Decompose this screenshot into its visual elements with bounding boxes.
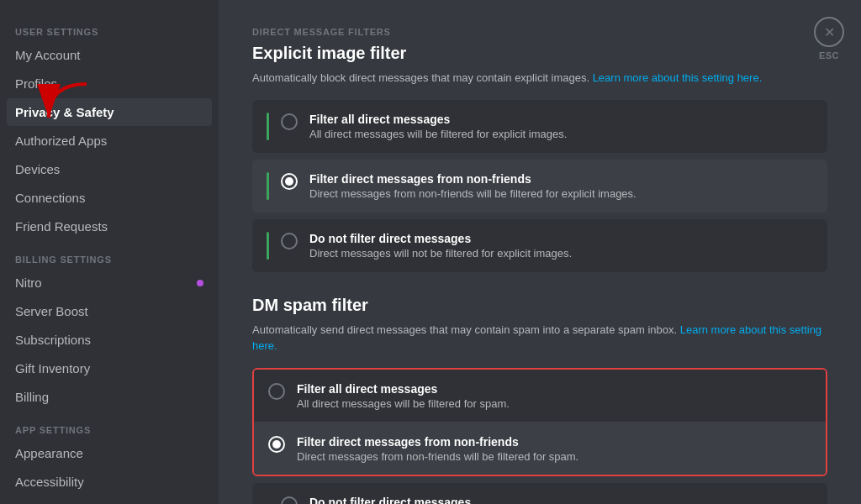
sidebar-item-gift-inventory[interactable]: Gift Inventory: [7, 354, 212, 382]
sidebar-item-server-boost[interactable]: Server Boost: [7, 297, 212, 325]
spam-filter-option-non-friends[interactable]: Filter direct messages from non-friends …: [254, 423, 826, 475]
sidebar-item-my-account[interactable]: My Account: [7, 41, 212, 69]
radio-title-2: Filter direct messages from non-friends: [309, 172, 637, 186]
spam-radio-content-3: Do not filter direct messages Direct mes…: [309, 496, 527, 505]
radio-content-2: Filter direct messages from non-friends …: [309, 172, 637, 200]
esc-circle: ✕: [814, 17, 844, 47]
spam-radio-outer-3: [281, 496, 298, 505]
explicit-filter-option-non-friends[interactable]: Filter direct messages from non-friends …: [252, 160, 827, 213]
sidebar-item-voice-video[interactable]: Voice & Video: [7, 496, 212, 504]
sidebar-item-nitro[interactable]: Nitro: [7, 269, 212, 297]
spam-filter-option-all[interactable]: Filter all direct messages All direct me…: [254, 370, 826, 423]
spam-filter-box: Filter all direct messages All direct me…: [252, 368, 827, 476]
spam-radio-inner-2: [272, 440, 281, 449]
explicit-filter-learn-more[interactable]: Learn more about this setting here.: [593, 71, 763, 84]
explicit-filter-desc: Automatically block direct messages that…: [252, 70, 827, 87]
spam-radio-content-2: Filter direct messages from non-friends …: [297, 435, 578, 463]
green-bar-3: [267, 232, 269, 260]
sidebar-item-connections[interactable]: Connections: [7, 184, 212, 212]
sidebar-item-subscriptions[interactable]: Subscriptions: [7, 326, 212, 354]
radio-outer-3: [281, 233, 298, 249]
radio-subtitle-3: Direct messages will not be filtered for…: [309, 247, 572, 260]
esc-button[interactable]: ✕ ESC: [814, 17, 844, 60]
spam-radio-title-2: Filter direct messages from non-friends: [297, 435, 578, 449]
spam-filter-title: DM spam filter: [252, 296, 827, 315]
sidebar-item-billing[interactable]: Billing: [7, 383, 212, 411]
radio-outer-checked: [281, 173, 298, 190]
radio-title-3: Do not filter direct messages: [309, 232, 572, 245]
radio-outer: [281, 113, 298, 130]
nitro-label: Nitro: [15, 276, 42, 290]
sidebar-item-privacy-safety[interactable]: Privacy & Safety: [7, 98, 212, 126]
sidebar: USER SETTINGS My Account Profiles Privac…: [0, 0, 219, 504]
esc-label: ESC: [819, 50, 839, 60]
radio-inner: [285, 177, 293, 186]
radio-subtitle: All direct messages will be filtered for…: [309, 128, 567, 140]
radio-content-3: Do not filter direct messages Direct mes…: [309, 232, 572, 260]
spam-filter-section: DM spam filter Automatically send direct…: [252, 296, 827, 505]
dm-filters-tag: DIRECT MESSAGE FILTERS: [252, 27, 827, 37]
explicit-filter-option-all[interactable]: Filter all direct messages All direct me…: [252, 100, 827, 153]
green-bar: [267, 113, 269, 140]
green-bar-spam-3: [267, 496, 269, 505]
green-bar-2: [267, 172, 269, 200]
sidebar-item-authorized-apps[interactable]: Authorized Apps: [7, 127, 212, 155]
explicit-filter-section: Explicit image filter Automatically bloc…: [252, 44, 827, 272]
explicit-filter-title: Explicit image filter: [252, 44, 827, 63]
spam-radio-title-1: Filter all direct messages: [297, 382, 510, 396]
main-content: ✕ ESC DIRECT MESSAGE FILTERS Explicit im…: [219, 0, 861, 504]
user-settings-section-label: USER SETTINGS: [7, 13, 212, 40]
sidebar-item-friend-requests[interactable]: Friend Requests: [7, 213, 212, 240]
sidebar-item-profiles[interactable]: Profiles: [7, 70, 212, 97]
sidebar-item-devices[interactable]: Devices: [7, 155, 212, 183]
spam-radio-subtitle-2: Direct messages from non-friends will be…: [297, 450, 578, 463]
sidebar-item-appearance[interactable]: Appearance: [7, 439, 212, 467]
app-settings-section-label: APP SETTINGS: [7, 412, 212, 438]
spam-radio-outer-2-checked: [268, 436, 285, 453]
spam-radio-outer-1: [268, 383, 285, 400]
nitro-dot: [197, 280, 203, 286]
spam-radio-content-1: Filter all direct messages All direct me…: [297, 382, 510, 410]
spam-filter-option-none[interactable]: Do not filter direct messages Direct mes…: [252, 483, 827, 505]
spam-filter-desc: Automatically send direct messages that …: [252, 322, 827, 354]
explicit-filter-option-none[interactable]: Do not filter direct messages Direct mes…: [252, 219, 827, 272]
spam-radio-subtitle-1: All direct messages will be filtered for…: [297, 397, 510, 410]
radio-subtitle-2: Direct messages from non-friends will be…: [309, 187, 637, 200]
sidebar-item-accessibility[interactable]: Accessibility: [7, 468, 212, 496]
radio-title: Filter all direct messages: [309, 113, 567, 126]
radio-content: Filter all direct messages All direct me…: [309, 113, 567, 140]
billing-settings-section-label: BILLING SETTINGS: [7, 241, 212, 268]
spam-radio-title-3: Do not filter direct messages: [309, 496, 527, 505]
